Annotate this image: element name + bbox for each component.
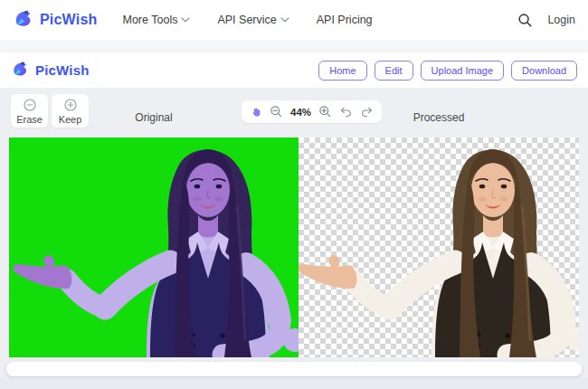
erase-label: Erase [16, 114, 43, 125]
editor-actions: Home Edit Upload Image Download [318, 61, 577, 81]
undo-icon[interactable] [339, 105, 353, 119]
picwish-logo-icon [13, 9, 34, 31]
redo-icon[interactable] [360, 105, 374, 119]
keep-label: Keep [59, 114, 82, 125]
brand-name: PicWish [35, 62, 90, 78]
nav-more-tools[interactable]: More Tools [123, 14, 191, 26]
editor-panel: PicWish Home Edit Upload Image Download … [0, 52, 588, 378]
processed-image-canvas[interactable] [299, 138, 579, 357]
circle-minus-icon [23, 98, 37, 112]
upload-image-button[interactable]: Upload Image [421, 61, 505, 81]
chevron-down-icon [280, 17, 289, 23]
keep-tool-button[interactable]: Keep [52, 94, 89, 128]
zoom-level-value[interactable]: 44% [290, 107, 311, 118]
brand-name: PicWish [40, 12, 98, 28]
zoom-out-icon[interactable] [270, 105, 283, 119]
picwish-app: PicWish More Tools API Service API Prici… [0, 0, 588, 389]
edit-button[interactable]: Edit [375, 61, 413, 81]
topnav-right: Login [517, 13, 575, 28]
login-link[interactable]: Login [547, 14, 575, 26]
processed-pane-label: Processed [398, 111, 479, 124]
search-icon[interactable] [517, 13, 533, 28]
page-background [0, 378, 588, 389]
chevron-down-icon [181, 17, 190, 23]
picwish-logo-icon [11, 61, 30, 80]
original-image-canvas[interactable] [9, 138, 299, 357]
editor-workarea: Erase Keep Original Processed 44% [0, 88, 588, 378]
zoom-in-icon[interactable] [318, 105, 332, 119]
editor-logo[interactable]: PicWish [11, 61, 90, 80]
top-navbar: PicWish More Tools API Service API Prici… [0, 0, 588, 40]
page-gap [0, 40, 588, 52]
site-logo[interactable]: PicWish [13, 9, 98, 31]
hand-pan-icon[interactable] [250, 106, 262, 119]
woman-figure-original [9, 138, 299, 357]
nav-api-pricing[interactable]: API Pricing [317, 14, 373, 26]
editor-header: PicWish Home Edit Upload Image Download [0, 52, 588, 88]
zoom-toolbar: 44% [242, 100, 382, 123]
erase-tool-button[interactable]: Erase [11, 94, 48, 128]
horizontal-scrollbar[interactable] [6, 362, 582, 376]
home-button[interactable]: Home [318, 61, 366, 81]
original-pane-label: Original [113, 111, 194, 124]
download-button[interactable]: Download [511, 61, 577, 81]
circle-plus-icon [63, 98, 78, 112]
nav-api-service[interactable]: API Service [217, 14, 289, 26]
woman-figure-processed [299, 138, 579, 357]
site-nav: More Tools API Service API Pricing [123, 14, 373, 26]
